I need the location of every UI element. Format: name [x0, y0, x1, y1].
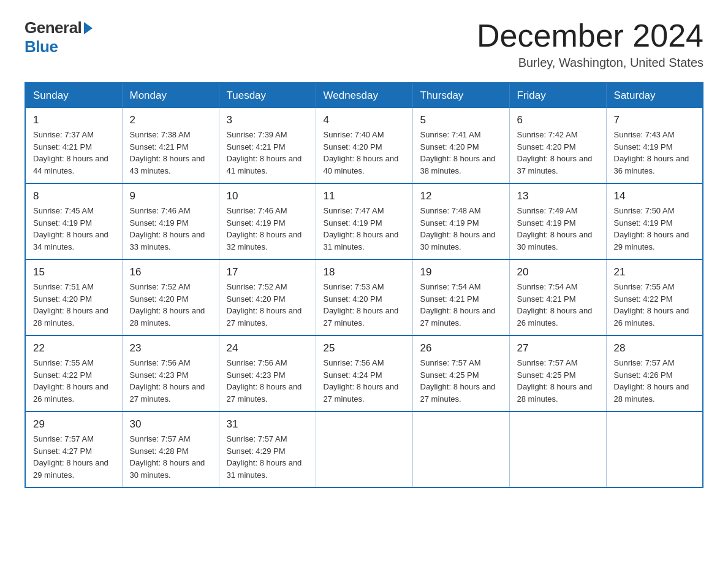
calendar-header: Sunday Monday Tuesday Wednesday Thursday… — [25, 83, 703, 108]
day-info: Sunrise: 7:55 AMSunset: 4:22 PMDaylight:… — [614, 281, 696, 329]
calendar-cell: 30 Sunrise: 7:57 AMSunset: 4:28 PMDaylig… — [122, 412, 219, 488]
week-row-3: 15 Sunrise: 7:51 AMSunset: 4:20 PMDaylig… — [25, 259, 703, 335]
day-number: 8 — [33, 190, 115, 202]
calendar-cell: 31 Sunrise: 7:57 AMSunset: 4:29 PMDaylig… — [219, 412, 316, 488]
header-sunday: Sunday — [25, 83, 122, 108]
week-row-4: 22 Sunrise: 7:55 AMSunset: 4:22 PMDaylig… — [25, 335, 703, 412]
day-info: Sunrise: 7:56 AMSunset: 4:24 PMDaylight:… — [324, 357, 405, 405]
day-number: 1 — [33, 114, 115, 126]
day-info: Sunrise: 7:55 AMSunset: 4:22 PMDaylight:… — [33, 357, 115, 405]
day-info: Sunrise: 7:47 AMSunset: 4:19 PMDaylight:… — [324, 205, 405, 253]
logo-general-text: General — [25, 18, 82, 37]
day-info: Sunrise: 7:57 AMSunset: 4:28 PMDaylight:… — [130, 433, 211, 481]
week-row-5: 29 Sunrise: 7:57 AMSunset: 4:27 PMDaylig… — [25, 412, 703, 488]
day-info: Sunrise: 7:51 AMSunset: 4:20 PMDaylight:… — [33, 281, 115, 329]
week-row-1: 1 Sunrise: 7:37 AMSunset: 4:21 PMDayligh… — [25, 108, 703, 183]
logo-arrow-icon — [84, 22, 93, 34]
calendar-table: Sunday Monday Tuesday Wednesday Thursday… — [25, 82, 703, 488]
calendar-cell: 10 Sunrise: 7:46 AMSunset: 4:19 PMDaylig… — [219, 183, 316, 259]
calendar-cell: 24 Sunrise: 7:56 AMSunset: 4:23 PMDaylig… — [219, 335, 316, 412]
logo: General Blue — [25, 18, 93, 56]
day-info: Sunrise: 7:52 AMSunset: 4:20 PMDaylight:… — [130, 281, 211, 329]
day-number: 25 — [324, 342, 405, 354]
day-info: Sunrise: 7:52 AMSunset: 4:20 PMDaylight:… — [227, 281, 308, 329]
calendar-cell: 26 Sunrise: 7:57 AMSunset: 4:25 PMDaylig… — [412, 335, 509, 412]
calendar-cell: 4 Sunrise: 7:40 AMSunset: 4:20 PMDayligh… — [316, 108, 412, 183]
title-block: December 2024 Burley, Washington, United… — [477, 18, 703, 70]
day-number: 26 — [420, 342, 502, 354]
header-tuesday: Tuesday — [219, 83, 316, 108]
day-info: Sunrise: 7:42 AMSunset: 4:20 PMDaylight:… — [517, 129, 599, 177]
day-info: Sunrise: 7:39 AMSunset: 4:21 PMDaylight:… — [227, 129, 308, 177]
day-info: Sunrise: 7:56 AMSunset: 4:23 PMDaylight:… — [130, 357, 211, 405]
calendar-cell: 19 Sunrise: 7:54 AMSunset: 4:21 PMDaylig… — [412, 259, 509, 335]
calendar-body: 1 Sunrise: 7:37 AMSunset: 4:21 PMDayligh… — [25, 108, 703, 488]
calendar-cell: 27 Sunrise: 7:57 AMSunset: 4:25 PMDaylig… — [509, 335, 606, 412]
day-number: 14 — [614, 190, 696, 202]
calendar-cell: 9 Sunrise: 7:46 AMSunset: 4:19 PMDayligh… — [122, 183, 219, 259]
day-info: Sunrise: 7:54 AMSunset: 4:21 PMDaylight:… — [517, 281, 599, 329]
day-info: Sunrise: 7:43 AMSunset: 4:19 PMDaylight:… — [614, 129, 696, 177]
day-info: Sunrise: 7:57 AMSunset: 4:26 PMDaylight:… — [614, 357, 696, 405]
header-wednesday: Wednesday — [316, 83, 412, 108]
header-saturday: Saturday — [606, 83, 703, 108]
calendar-cell — [606, 412, 703, 488]
day-number: 19 — [420, 266, 502, 278]
day-info: Sunrise: 7:49 AMSunset: 4:19 PMDaylight:… — [517, 205, 599, 253]
day-number: 4 — [324, 114, 405, 126]
calendar-cell: 25 Sunrise: 7:56 AMSunset: 4:24 PMDaylig… — [316, 335, 412, 412]
day-number: 2 — [130, 114, 211, 126]
day-number: 18 — [324, 266, 405, 278]
day-number: 22 — [33, 342, 115, 354]
day-number: 11 — [324, 190, 405, 202]
calendar-cell — [509, 412, 606, 488]
day-number: 10 — [227, 190, 308, 202]
logo-blue-text: Blue — [25, 37, 58, 56]
day-info: Sunrise: 7:41 AMSunset: 4:20 PMDaylight:… — [420, 129, 502, 177]
calendar-cell: 5 Sunrise: 7:41 AMSunset: 4:20 PMDayligh… — [412, 108, 509, 183]
calendar-cell: 7 Sunrise: 7:43 AMSunset: 4:19 PMDayligh… — [606, 108, 703, 183]
header-friday: Friday — [509, 83, 606, 108]
day-number: 31 — [227, 418, 308, 431]
calendar-cell: 3 Sunrise: 7:39 AMSunset: 4:21 PMDayligh… — [219, 108, 316, 183]
calendar-cell: 12 Sunrise: 7:48 AMSunset: 4:19 PMDaylig… — [412, 183, 509, 259]
day-info: Sunrise: 7:53 AMSunset: 4:20 PMDaylight:… — [324, 281, 405, 329]
calendar-cell: 8 Sunrise: 7:45 AMSunset: 4:19 PMDayligh… — [25, 183, 122, 259]
day-info: Sunrise: 7:48 AMSunset: 4:19 PMDaylight:… — [420, 205, 502, 253]
day-info: Sunrise: 7:56 AMSunset: 4:23 PMDaylight:… — [227, 357, 308, 405]
day-info: Sunrise: 7:57 AMSunset: 4:25 PMDaylight:… — [420, 357, 502, 405]
calendar-cell: 29 Sunrise: 7:57 AMSunset: 4:27 PMDaylig… — [25, 412, 122, 488]
page-header: General Blue December 2024 Burley, Washi… — [25, 18, 703, 70]
day-number: 5 — [420, 114, 502, 126]
days-of-week-row: Sunday Monday Tuesday Wednesday Thursday… — [25, 83, 703, 108]
day-info: Sunrise: 7:57 AMSunset: 4:25 PMDaylight:… — [517, 357, 599, 405]
calendar-cell: 14 Sunrise: 7:50 AMSunset: 4:19 PMDaylig… — [606, 183, 703, 259]
day-number: 27 — [517, 342, 599, 354]
day-info: Sunrise: 7:37 AMSunset: 4:21 PMDaylight:… — [33, 129, 115, 177]
day-number: 23 — [130, 342, 211, 354]
day-info: Sunrise: 7:40 AMSunset: 4:20 PMDaylight:… — [324, 129, 405, 177]
day-info: Sunrise: 7:46 AMSunset: 4:19 PMDaylight:… — [130, 205, 211, 253]
day-number: 29 — [33, 418, 115, 431]
day-info: Sunrise: 7:57 AMSunset: 4:29 PMDaylight:… — [227, 433, 308, 481]
calendar-cell: 1 Sunrise: 7:37 AMSunset: 4:21 PMDayligh… — [25, 108, 122, 183]
day-number: 3 — [227, 114, 308, 126]
calendar-cell: 2 Sunrise: 7:38 AMSunset: 4:21 PMDayligh… — [122, 108, 219, 183]
calendar-cell: 21 Sunrise: 7:55 AMSunset: 4:22 PMDaylig… — [606, 259, 703, 335]
header-thursday: Thursday — [412, 83, 509, 108]
month-title: December 2024 — [477, 18, 703, 53]
day-number: 17 — [227, 266, 308, 278]
calendar-cell — [412, 412, 509, 488]
calendar-cell: 20 Sunrise: 7:54 AMSunset: 4:21 PMDaylig… — [509, 259, 606, 335]
calendar-cell: 16 Sunrise: 7:52 AMSunset: 4:20 PMDaylig… — [122, 259, 219, 335]
calendar-cell — [316, 412, 412, 488]
day-number: 7 — [614, 114, 696, 126]
day-number: 24 — [227, 342, 308, 354]
day-number: 16 — [130, 266, 211, 278]
day-number: 28 — [614, 342, 696, 354]
location-text: Burley, Washington, United States — [477, 56, 703, 70]
day-info: Sunrise: 7:45 AMSunset: 4:19 PMDaylight:… — [33, 205, 115, 253]
day-number: 13 — [517, 190, 599, 202]
calendar-cell: 28 Sunrise: 7:57 AMSunset: 4:26 PMDaylig… — [606, 335, 703, 412]
day-info: Sunrise: 7:57 AMSunset: 4:27 PMDaylight:… — [33, 433, 115, 481]
